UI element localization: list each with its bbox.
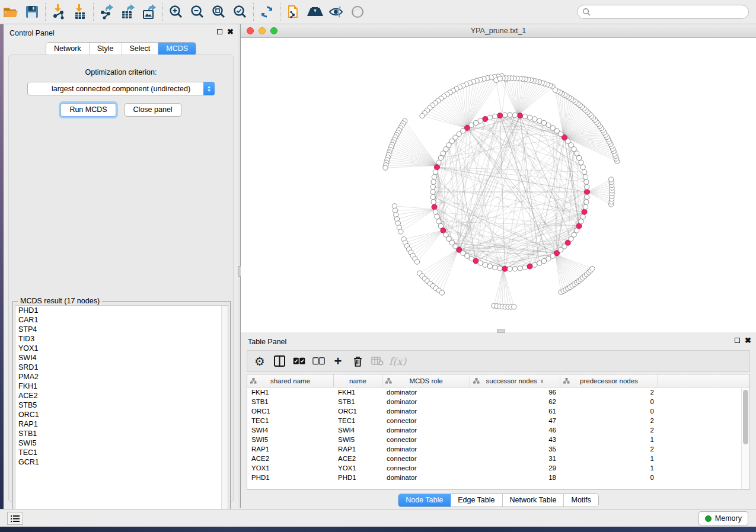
tab-network[interactable]: Network: [46, 43, 90, 55]
table-cell[interactable]: STB1: [334, 397, 382, 406]
table-cell[interactable]: TEC1: [247, 416, 334, 425]
table-cell[interactable]: YOX1: [334, 463, 382, 473]
mcds-result-item[interactable]: TEC1: [15, 448, 228, 457]
table-cell[interactable]: PHD1: [247, 473, 334, 482]
hide-unhide-icon[interactable]: [326, 2, 347, 22]
optimization-criterion-dropdown[interactable]: largest connected component (undirected)…: [27, 82, 215, 95]
table-cell[interactable]: 46: [470, 425, 560, 435]
table-cell[interactable]: dominator: [382, 425, 470, 435]
export-image-icon[interactable]: [139, 2, 160, 22]
select-all-columns-icon[interactable]: [291, 354, 307, 369]
mcds-result-item[interactable]: RAP1: [15, 419, 228, 429]
table-cell[interactable]: connector: [382, 416, 470, 425]
mcds-result-item[interactable]: STB1: [15, 429, 228, 438]
tab-mcds[interactable]: MCDS: [158, 43, 196, 55]
import-table-icon[interactable]: [69, 2, 91, 22]
refresh-icon[interactable]: [256, 2, 277, 22]
close-panel-icon[interactable]: ✖: [227, 29, 234, 34]
column-header-predecessor-nodes[interactable]: predecessor nodes: [560, 374, 658, 387]
table-cell[interactable]: ORC1: [334, 406, 382, 416]
mcds-result-item[interactable]: CAR1: [15, 315, 228, 325]
column-header-shared-name[interactable]: shared name: [247, 374, 334, 387]
import-network-icon[interactable]: [48, 2, 69, 22]
toggle-view-icon[interactable]: [347, 2, 368, 22]
table-cell[interactable]: STB1: [247, 397, 334, 406]
network-view[interactable]: [241, 38, 756, 332]
open-folder-icon[interactable]: [0, 2, 21, 22]
table-cell[interactable]: TEC1: [334, 416, 382, 425]
close-panel-button[interactable]: Close panel: [125, 103, 181, 117]
table-cell[interactable]: 31: [470, 454, 560, 463]
table-cell[interactable]: 0: [560, 473, 658, 482]
column-header-MCDS-role[interactable]: MCDS role: [382, 374, 470, 387]
zoom-selected-icon[interactable]: [229, 2, 251, 22]
delete-table-icon[interactable]: [369, 354, 385, 369]
mcds-result-list[interactable]: PHD1CAR1STP4TID3YOX1SWI4SRD1PMA2FKH1ACE2…: [15, 305, 228, 519]
mcds-result-item[interactable]: SWI5: [15, 438, 228, 448]
table-cell[interactable]: 2: [560, 416, 658, 425]
table-cell[interactable]: connector: [382, 435, 470, 444]
tab-edge-table[interactable]: Edge Table: [451, 494, 502, 507]
tab-node-table[interactable]: Node Table: [398, 494, 451, 507]
save-icon[interactable]: [21, 2, 43, 22]
table-cell[interactable]: SWI5: [334, 435, 382, 444]
table-cell[interactable]: 43: [470, 435, 560, 444]
table-cell[interactable]: SWI5: [247, 435, 334, 444]
mcds-result-item[interactable]: PMA2: [15, 372, 228, 382]
table-cell[interactable]: FKH1: [334, 387, 382, 397]
mcds-result-item[interactable]: FKH1: [15, 382, 228, 391]
table-cell[interactable]: 2: [560, 425, 658, 435]
table-cell[interactable]: 2: [560, 387, 658, 397]
create-column-icon[interactable]: +: [330, 354, 346, 369]
table-cell[interactable]: connector: [382, 463, 470, 473]
delete-column-trash-icon[interactable]: [350, 354, 365, 369]
mcds-result-item[interactable]: YOX1: [15, 344, 228, 353]
table-settings-gear-icon[interactable]: ⚙: [252, 354, 267, 369]
show-columns-icon[interactable]: [272, 354, 287, 369]
table-cell[interactable]: connector: [382, 454, 470, 463]
unselect-all-columns-icon[interactable]: [311, 354, 326, 369]
table-cell[interactable]: 1: [560, 435, 658, 444]
table-cell[interactable]: dominator: [382, 397, 470, 406]
tab-motifs[interactable]: Motifs: [564, 494, 598, 507]
table-row[interactable]: RAP1RAP1dominator352: [247, 444, 749, 454]
table-cell[interactable]: 29: [470, 463, 560, 473]
table-cell[interactable]: dominator: [382, 473, 470, 482]
table-cell[interactable]: 0: [560, 406, 658, 416]
table-row[interactable]: YOX1YOX1connector291: [247, 463, 749, 473]
tab-select[interactable]: Select: [122, 43, 159, 55]
zoom-window-icon[interactable]: [270, 27, 277, 34]
table-row[interactable]: ACE2ACE2connector311: [247, 454, 749, 463]
export-table-icon[interactable]: [117, 2, 139, 22]
horizontal-splitter-grip[interactable]: [497, 329, 505, 333]
table-cell[interactable]: 18: [470, 473, 560, 482]
minimize-window-icon[interactable]: [259, 27, 266, 34]
float-panel-icon[interactable]: [735, 338, 740, 343]
table-cell[interactable]: SWI4: [334, 425, 382, 435]
close-window-icon[interactable]: [247, 27, 254, 34]
table-cell[interactable]: RAP1: [247, 444, 334, 454]
mcds-result-item[interactable]: SRD1: [15, 363, 228, 372]
close-panel-icon[interactable]: ✖: [745, 338, 751, 343]
mcds-list-scrollbar[interactable]: [221, 306, 228, 518]
table-scrollbar[interactable]: [741, 388, 749, 489]
network-search-box[interactable]: [577, 5, 749, 19]
mcds-result-item[interactable]: TID3: [15, 334, 228, 344]
table-cell[interactable]: FKH1: [247, 387, 334, 397]
zoom-fit-icon[interactable]: [208, 2, 229, 22]
table-cell[interactable]: 2: [560, 444, 658, 454]
mcds-result-item[interactable]: ACE2: [15, 391, 228, 400]
table-row[interactable]: PHD1PHD1dominator180: [247, 473, 749, 482]
table-cell[interactable]: 1: [560, 463, 658, 473]
table-cell[interactable]: ORC1: [247, 406, 334, 416]
table-cell[interactable]: SWI4: [247, 425, 334, 435]
mcds-result-item[interactable]: SWI4: [15, 353, 228, 363]
run-mcds-button[interactable]: Run MCDS: [60, 103, 116, 117]
table-row[interactable]: SWI4SWI4dominator462: [247, 425, 749, 435]
zoom-out-icon[interactable]: [187, 2, 208, 22]
table-cell[interactable]: ACE2: [334, 454, 382, 463]
memory-button[interactable]: Memory: [698, 511, 748, 525]
zoom-in-icon[interactable]: [165, 2, 187, 22]
search-input[interactable]: [591, 8, 744, 16]
table-cell[interactable]: PHD1: [334, 473, 382, 482]
